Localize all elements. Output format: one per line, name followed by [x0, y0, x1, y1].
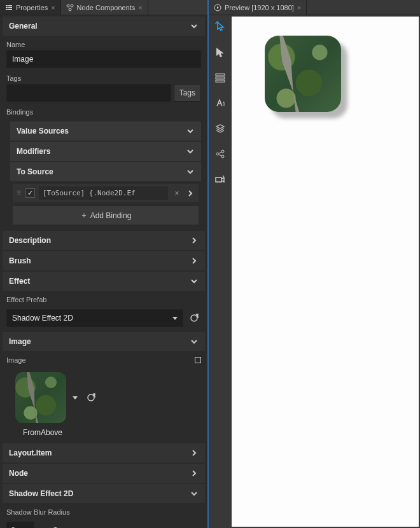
left-tab-bar: Properties × Node Components × — [0, 0, 207, 15]
chevron-right-icon — [190, 256, 199, 265]
shadow-blur-radius-slider[interactable] — [48, 525, 185, 529]
interact-tool-icon[interactable] — [213, 19, 228, 34]
preview-canvas[interactable] — [232, 17, 419, 527]
svg-rect-12 — [216, 74, 225, 76]
svg-point-15 — [216, 153, 219, 155]
section-brush[interactable]: Brush — [3, 251, 205, 270]
tab-preview[interactable]: Preview [1920 x 1080] × — [209, 0, 307, 15]
section-label: Node — [9, 469, 28, 478]
name-input[interactable] — [6, 50, 201, 68]
tags-label: Tags — [6, 74, 201, 82]
section-label: To Source — [17, 167, 53, 176]
name-label: Name — [6, 41, 201, 48]
play-icon — [214, 4, 221, 11]
camera-tool-icon[interactable] — [213, 172, 228, 187]
section-label: General — [9, 22, 38, 31]
add-binding-label: Add Binding — [90, 211, 132, 220]
section-node[interactable]: Node — [3, 464, 205, 483]
grid-tool-icon[interactable] — [213, 70, 228, 85]
section-label: Modifiers — [17, 147, 50, 156]
binding-enabled-checkbox[interactable]: ✓ — [25, 188, 35, 198]
section-label: Brush — [9, 256, 31, 265]
components-icon — [66, 4, 74, 11]
locate-icon[interactable] — [84, 391, 98, 405]
svg-rect-3 — [8, 5, 12, 6]
chevron-right-icon — [190, 448, 199, 457]
tags-button[interactable]: Tags — [174, 84, 201, 102]
binding-row[interactable]: ⠿ ✓ [ToSource] {.Node2D.Ef × — [13, 184, 199, 202]
section-value-sources[interactable]: Value Sources — [10, 122, 201, 141]
locate-icon[interactable] — [187, 311, 201, 325]
drag-handle-icon[interactable]: ⠿ — [17, 190, 22, 197]
image-thumbnail[interactable] — [15, 372, 66, 423]
section-image[interactable]: Image — [3, 332, 205, 351]
chevron-right-icon — [190, 469, 199, 478]
chevron-right-icon[interactable] — [186, 189, 195, 198]
preview-toolbar — [209, 15, 232, 528]
effect-prefab-select[interactable]: Shadow Effect 2D — [6, 309, 183, 327]
svg-point-10 — [88, 394, 94, 401]
tab-properties[interactable]: Properties × — [0, 0, 61, 15]
binding-expression[interactable]: [ToSource] {.Node2D.Ef — [39, 186, 168, 200]
section-general[interactable]: General — [3, 17, 205, 36]
svg-rect-5 — [8, 9, 12, 10]
add-binding-button[interactable]: ＋ Add Binding — [13, 206, 199, 225]
image-thumb-caption: FromAbove — [0, 426, 76, 442]
svg-rect-18 — [216, 177, 221, 182]
image-detail-icon[interactable] — [195, 357, 201, 363]
close-icon[interactable]: × — [297, 4, 301, 11]
effect-prefab-value: Shadow Effect 2D — [12, 314, 73, 323]
dropdown-icon — [172, 317, 178, 320]
right-tab-bar: Preview [1920 x 1080] × — [209, 0, 420, 15]
svg-rect-2 — [6, 9, 8, 10]
svg-point-19 — [223, 176, 224, 177]
remove-binding-icon[interactable]: × — [172, 189, 182, 198]
section-to-source[interactable]: To Source — [10, 162, 201, 181]
shadow-blur-radius-input[interactable] — [6, 522, 34, 528]
svg-rect-13 — [216, 77, 225, 79]
select-tool-icon[interactable] — [213, 45, 228, 60]
chevron-down-icon — [186, 127, 195, 135]
svg-point-17 — [221, 155, 224, 158]
section-effect[interactable]: Effect — [3, 272, 205, 291]
tab-preview-label: Preview [1920 x 1080] — [225, 4, 294, 11]
svg-point-9 — [191, 315, 197, 321]
tags-input[interactable] — [6, 84, 171, 102]
section-label: Image — [9, 337, 31, 346]
section-shadow-effect[interactable]: Shadow Effect 2D — [3, 484, 205, 503]
svg-point-8 — [69, 8, 71, 11]
layers-tool-icon[interactable] — [213, 121, 228, 136]
props-icon — [5, 4, 13, 11]
svg-rect-0 — [6, 5, 8, 6]
chevron-down-icon — [190, 337, 199, 346]
section-description[interactable]: Description — [3, 231, 205, 250]
image-field-label: Image — [6, 356, 26, 364]
chevron-down-icon — [190, 277, 199, 286]
section-label: Layout.Item — [9, 448, 52, 457]
section-label: Description — [9, 236, 51, 245]
effect-prefab-label: Effect Prefab — [6, 296, 201, 303]
share-tool-icon[interactable] — [213, 146, 228, 162]
bindings-label: Bindings — [6, 108, 201, 116]
svg-rect-14 — [216, 80, 225, 82]
tab-properties-label: Properties — [16, 4, 48, 11]
close-icon[interactable]: × — [138, 4, 142, 11]
tab-node-components-label: Node Components — [77, 4, 136, 11]
text-tool-icon[interactable] — [213, 95, 228, 111]
chevron-down-icon — [186, 167, 195, 176]
dropdown-icon[interactable] — [73, 396, 78, 399]
chevron-down-icon — [190, 22, 199, 31]
plus-icon: ＋ — [80, 210, 88, 221]
section-layout-item[interactable]: Layout.Item — [3, 443, 205, 462]
chevron-down-icon — [186, 147, 195, 156]
chevron-right-icon — [190, 236, 199, 245]
svg-point-16 — [221, 150, 224, 153]
section-modifiers[interactable]: Modifiers — [10, 142, 201, 161]
section-label: Effect — [9, 277, 30, 286]
section-label: Shadow Effect 2D — [9, 489, 73, 498]
preview-image — [265, 36, 341, 112]
shadow-blur-radius-label: Shadow Blur Radius — [6, 508, 201, 516]
close-icon[interactable]: × — [51, 4, 55, 11]
chevron-down-icon — [190, 489, 199, 498]
tab-node-components[interactable]: Node Components × — [61, 0, 148, 15]
